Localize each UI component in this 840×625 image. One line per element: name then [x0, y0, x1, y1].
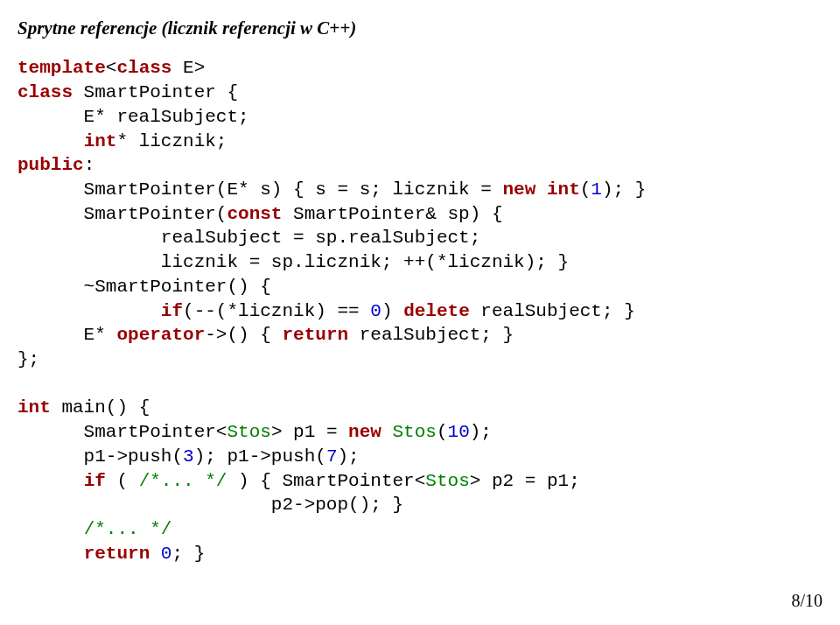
kw-new: new: [503, 179, 536, 200]
slide-title: Sprytne referencje (licznik referencji w…: [18, 16, 822, 40]
code-text: (--(*licznik) ==: [183, 301, 370, 321]
kw-return: return: [282, 325, 348, 345]
code-text: [18, 471, 84, 491]
kw-class: class: [18, 82, 73, 102]
code-text: realSubject; }: [470, 301, 635, 321]
code-text: ->() {: [205, 325, 282, 345]
type-name: Stos: [425, 471, 469, 491]
code-text: p1->push(: [18, 446, 183, 467]
code-text: :: [84, 155, 95, 175]
kw-operator: operator: [116, 325, 205, 345]
code-text: SmartPointer {: [73, 82, 238, 102]
code-text: );: [337, 446, 359, 467]
code-text: (: [437, 422, 448, 442]
code-text: ); p1->push(: [194, 446, 326, 467]
code-text: SmartPointer(E* s) { s = s; licznik =: [18, 179, 503, 200]
page-number: 8/10: [791, 589, 822, 613]
code-text: (: [580, 179, 592, 200]
code-text: [18, 544, 84, 564]
kw-public: public: [18, 155, 84, 175]
code-text: ; }: [172, 544, 205, 564]
code-text: p2->pop(); }: [18, 495, 403, 515]
code-text: > p1 =: [271, 422, 348, 442]
kw-if: if: [161, 301, 183, 321]
code-text: SmartPointer& sp) {: [282, 204, 502, 224]
code-text: ~SmartPointer() {: [18, 277, 271, 297]
code-text: ); }: [602, 179, 646, 200]
kw-int: int: [84, 131, 117, 151]
comment: /*... */: [139, 471, 228, 491]
code-text: <: [106, 58, 117, 78]
code-block: template<class E> class SmartPointer { E…: [18, 56, 822, 565]
kw-if: if: [84, 471, 106, 491]
code-text: licznik = sp.licznik; ++(*licznik); }: [18, 252, 569, 272]
code-text: (: [106, 471, 139, 491]
code-text: [536, 179, 547, 200]
code-text: [18, 131, 84, 151]
kw-new: new: [348, 422, 382, 442]
num-literal: 0: [161, 544, 172, 564]
code-text: * licznik;: [116, 131, 227, 151]
code-text: SmartPointer<: [18, 422, 227, 442]
num-literal: 1: [591, 179, 602, 200]
code-text: ): [382, 301, 403, 321]
num-literal: 3: [183, 446, 194, 467]
kw-return: return: [84, 544, 150, 564]
num-literal: 0: [370, 301, 382, 321]
kw-int: int: [18, 397, 51, 418]
code-text: [18, 301, 161, 321]
code-text: [150, 544, 161, 564]
code-text: realSubject = sp.realSubject;: [18, 228, 480, 248]
type-name: Stos: [227, 422, 270, 442]
code-text: realSubject; }: [348, 325, 514, 345]
code-text: E>: [172, 58, 205, 78]
num-literal: 7: [326, 446, 338, 467]
kw-delete: delete: [403, 301, 470, 321]
code-text: );: [470, 422, 492, 442]
code-text: };: [18, 349, 39, 369]
code-text: main() {: [51, 397, 150, 418]
code-text: E*: [18, 325, 116, 345]
kw-const: const: [227, 204, 282, 224]
kw-int: int: [547, 179, 580, 200]
code-text: > p2 = p1;: [470, 471, 580, 491]
code-text: [18, 519, 84, 539]
num-literal: 10: [448, 422, 470, 442]
kw-template: template: [18, 58, 106, 78]
type-name: Stos: [393, 422, 437, 442]
code-text: SmartPointer(: [18, 204, 227, 224]
kw-class: class: [116, 58, 172, 78]
code-text: ) { SmartPointer<: [227, 471, 425, 491]
code-text: [382, 422, 393, 442]
comment: /*... */: [84, 519, 172, 539]
code-text: E* realSubject;: [18, 107, 249, 127]
